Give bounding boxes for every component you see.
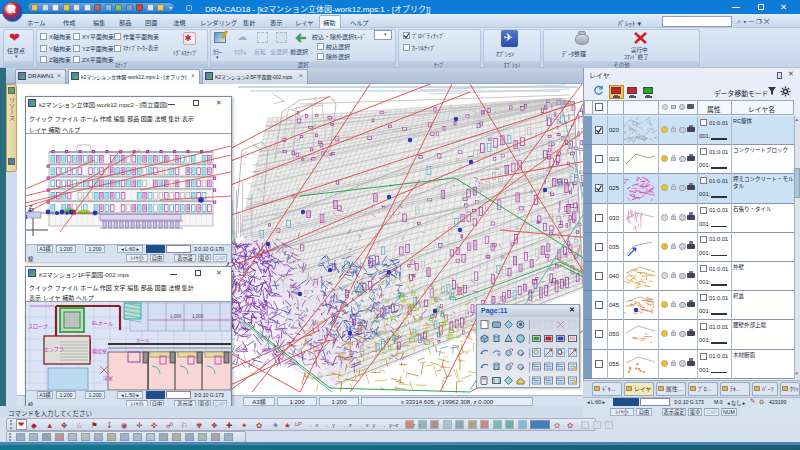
svg-text:1,000: 1,000 <box>192 314 204 319</box>
svg-text:エンブラ: エンブラ <box>44 346 64 353</box>
svg-text:階段室: 階段室 <box>92 348 107 355</box>
svg-text:スロープ: スロープ <box>28 323 48 330</box>
svg-text:ホール: ホール <box>136 338 150 343</box>
svg-text:洋室: 洋室 <box>103 375 113 382</box>
svg-text:ELホール: ELホール <box>92 320 113 326</box>
svg-text:Z: Z <box>29 204 33 210</box>
svg-text:1,000: 1,000 <box>170 314 182 319</box>
